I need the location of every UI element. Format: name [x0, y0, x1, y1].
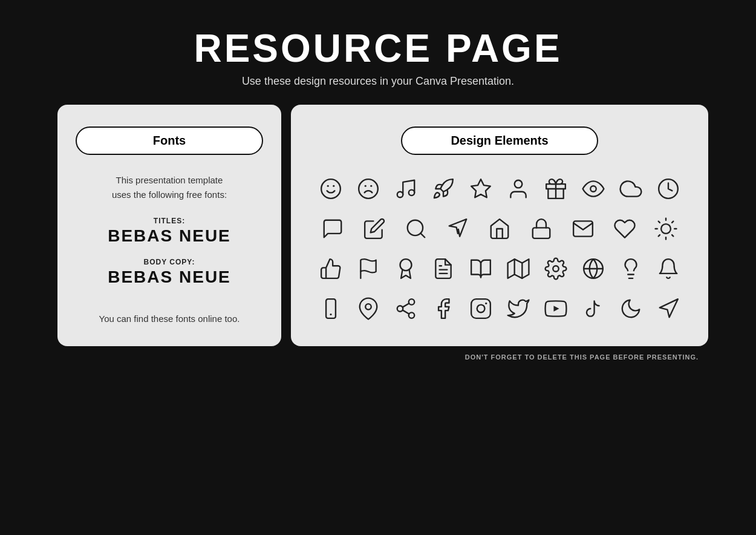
svg-marker-48 — [553, 306, 559, 312]
facebook-icon — [428, 293, 459, 324]
header: RESOURCE PAGE Use these design resources… — [194, 0, 562, 105]
svg-point-9 — [515, 180, 523, 188]
bulb-icon — [615, 253, 647, 284]
page-subtitle: Use these design resources in your Canva… — [194, 75, 562, 88]
svg-point-7 — [409, 190, 415, 196]
body-label: BODY COPY: — [108, 258, 231, 266]
fonts-panel: Fonts This presentation templateuses the… — [57, 105, 281, 346]
pin-icon — [442, 213, 474, 245]
lock-icon — [526, 213, 557, 245]
icon-row-2 — [315, 213, 684, 245]
moon-icon — [615, 293, 647, 324]
svg-marker-30 — [508, 259, 529, 278]
page-title: RESOURCE PAGE — [194, 29, 562, 68]
body-font: BEBAS NEUE — [108, 268, 231, 286]
instagram-icon — [465, 293, 497, 324]
svg-point-40 — [365, 304, 371, 310]
thumbsup-icon — [315, 253, 347, 284]
mail-icon — [567, 213, 599, 245]
svg-point-27 — [400, 259, 412, 271]
svg-line-44 — [403, 310, 409, 313]
footer-text: DON'T FORGET TO DELETE THIS PAGE BEFORE … — [465, 353, 699, 361]
bell-icon — [653, 253, 684, 284]
eye-icon — [578, 173, 609, 205]
svg-line-20 — [659, 222, 660, 223]
fonts-description: This presentation templateuses the follo… — [112, 173, 227, 202]
svg-line-15 — [421, 233, 425, 237]
share-icon — [390, 293, 422, 324]
home-icon — [484, 213, 515, 245]
pencil-icon — [359, 213, 390, 245]
award-icon — [390, 253, 422, 284]
fonts-badge: Fonts — [76, 126, 263, 155]
user-icon — [503, 173, 534, 205]
svg-point-3 — [359, 179, 378, 199]
svg-point-6 — [397, 192, 403, 198]
icon-row-1 — [315, 173, 684, 205]
star-icon — [465, 173, 497, 205]
book-icon — [465, 253, 497, 284]
svg-point-17 — [662, 224, 671, 234]
music-icon — [390, 173, 422, 205]
smiley-icon — [315, 173, 347, 205]
footer-note: DON'T FORGET TO DELETE THIS PAGE BEFORE … — [21, 346, 735, 361]
sun-icon — [650, 213, 682, 245]
svg-line-25 — [673, 222, 674, 223]
svg-line-45 — [403, 303, 409, 307]
svg-point-33 — [553, 266, 559, 272]
svg-point-43 — [409, 312, 415, 318]
rocket-icon — [428, 173, 459, 205]
body-category: BODY COPY: BEBAS NEUE — [108, 258, 231, 287]
svg-line-21 — [673, 235, 674, 236]
phone-icon — [315, 293, 347, 324]
chat-icon — [317, 213, 348, 245]
titles-category: TITLES: BEBAS NEUE — [108, 217, 231, 246]
settings-icon — [540, 253, 572, 284]
svg-point-12 — [590, 186, 596, 192]
titles-label: TITLES: — [108, 217, 231, 225]
svg-point-41 — [409, 299, 415, 305]
map-icon — [503, 253, 534, 284]
youtube-icon — [540, 293, 572, 324]
sad-icon — [353, 173, 384, 205]
file-icon — [428, 253, 459, 284]
svg-point-42 — [397, 306, 403, 312]
clock-icon — [653, 173, 684, 205]
tiktok-icon — [578, 293, 609, 324]
search-icon — [400, 213, 432, 245]
icon-row-3 — [315, 253, 684, 284]
icons-grid — [315, 173, 684, 324]
fonts-note: You can find these fonts online too. — [99, 313, 240, 324]
megaphone-icon — [653, 293, 684, 324]
design-elements-panel: Design Elements — [291, 105, 708, 346]
cloud-icon — [615, 173, 647, 205]
svg-rect-46 — [471, 299, 490, 318]
design-elements-badge: Design Elements — [401, 126, 598, 155]
svg-rect-16 — [533, 228, 550, 238]
svg-point-0 — [321, 179, 341, 199]
main-content: Fonts This presentation templateuses the… — [21, 105, 735, 346]
heart-icon — [609, 213, 640, 245]
flag-icon — [353, 253, 384, 284]
svg-line-24 — [659, 235, 660, 236]
icon-row-4 — [315, 293, 684, 324]
titles-font: BEBAS NEUE — [108, 226, 231, 245]
globe-icon — [578, 253, 609, 284]
location-icon — [353, 293, 384, 324]
twitter-icon — [503, 293, 534, 324]
gift-icon — [540, 173, 572, 205]
svg-marker-8 — [471, 179, 490, 197]
